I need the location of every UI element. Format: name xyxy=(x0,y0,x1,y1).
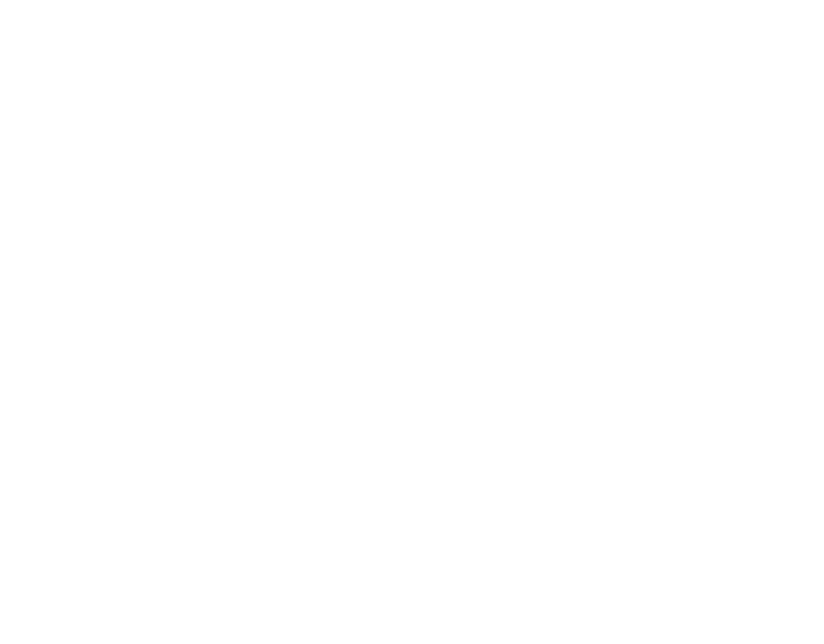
solar-wind-plot-page xyxy=(0,0,824,644)
chart-canvas xyxy=(0,0,824,644)
